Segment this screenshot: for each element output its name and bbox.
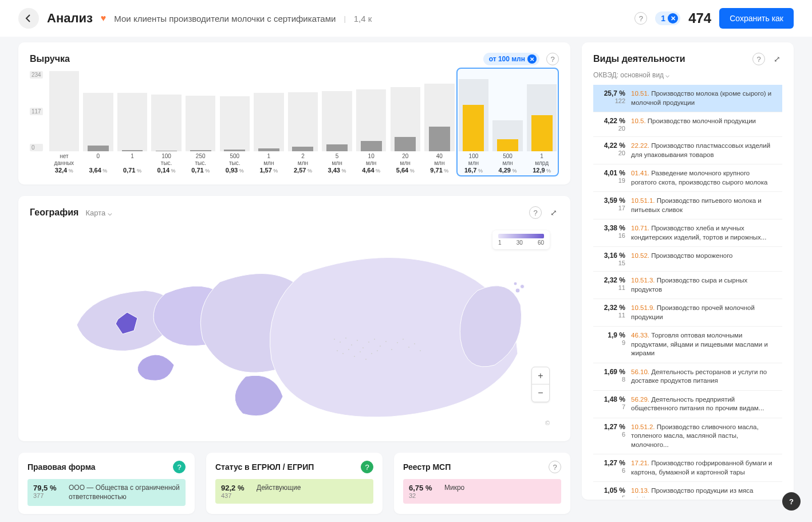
msp-help-icon[interactable]: ? <box>549 461 561 473</box>
y-axis: 234 117 0 <box>30 71 43 151</box>
clear-filters-icon[interactable]: ✕ <box>668 13 678 23</box>
map-zoom-control: + − <box>531 367 550 402</box>
revenue-bar[interactable]: 100млн16,7 % <box>456 71 491 174</box>
activity-row[interactable]: 2,32 %1110.51.3. Производство сыра и сыр… <box>593 272 782 299</box>
revenue-bar[interactable]: 100тыс.0,14 % <box>149 71 184 174</box>
svg-point-14 <box>397 342 398 343</box>
revenue-chart[interactable]: 234 117 0 нетданных32,4 %0 3,64 %1 0,71 … <box>30 71 559 174</box>
revenue-title: Выручка <box>30 54 70 64</box>
svg-point-21 <box>348 349 349 350</box>
revenue-bar[interactable]: 5млн3,43 % <box>320 71 354 174</box>
activity-row[interactable]: 4,01 %1901.41. Разведение молочного круп… <box>593 164 782 192</box>
status-row[interactable]: 92,2 % 437 Действующие <box>215 479 373 504</box>
activity-row[interactable]: 3,16 %1510.52. Производство мороженого <box>593 247 782 272</box>
activity-row[interactable]: 1,27 %617.21. Производство гофрированной… <box>593 454 782 482</box>
activities-expand-icon[interactable]: ⤢ <box>772 54 782 64</box>
svg-point-23 <box>360 351 361 352</box>
revenue-bar[interactable]: 10млн4,64 % <box>354 71 388 174</box>
save-as-button[interactable]: Сохранить как <box>719 8 794 29</box>
zoom-out-button[interactable]: − <box>532 384 549 402</box>
legal-help-icon[interactable]: ? <box>173 461 186 473</box>
svg-point-1 <box>521 285 525 289</box>
chevron-down-icon: ⌵ <box>665 71 669 79</box>
svg-point-11 <box>380 346 381 347</box>
activity-row[interactable]: 1,9 %946.33. Торговля оптовая молочными … <box>593 327 782 363</box>
map-mode-dropdown[interactable]: Карта ⌵ <box>85 209 112 217</box>
chevron-down-icon: ⌵ <box>108 209 112 217</box>
page-title: Анализ <box>47 11 93 26</box>
svg-point-24 <box>365 359 366 360</box>
svg-point-17 <box>414 343 415 344</box>
svg-point-22 <box>354 356 355 357</box>
revenue-bar[interactable]: 1млн1,57 % <box>252 71 286 174</box>
activities-help-icon[interactable]: ? <box>752 53 765 65</box>
revenue-bar[interactable]: 2млн2,57 % <box>286 71 320 174</box>
activity-row[interactable]: 1,69 %856.10. Деятельность ресторанов и … <box>593 363 782 391</box>
svg-point-4 <box>340 342 341 343</box>
svg-point-10 <box>374 339 375 340</box>
revenue-bar[interactable]: 1 0,71 % <box>115 71 149 174</box>
revenue-bar[interactable]: 40млн9,71 % <box>423 71 457 174</box>
svg-point-18 <box>420 350 421 351</box>
svg-point-20 <box>342 353 344 354</box>
geography-title: География <box>30 207 78 218</box>
activity-row[interactable]: 1,27 %610.51.2. Производство сливочного … <box>593 418 782 455</box>
zoom-in-button[interactable]: + <box>532 367 549 384</box>
legal-form-card: Правовая форма ? 79,5 % 377 ООО — Общест… <box>18 453 195 514</box>
segment-name[interactable]: Мои клиенты производители молочки с серт… <box>114 14 336 23</box>
svg-point-7 <box>357 340 358 341</box>
activity-row[interactable]: 1,48 %756.29. Деятельность предприятий о… <box>593 391 782 418</box>
svg-point-2 <box>514 282 517 285</box>
revenue-bar[interactable]: 1млрд12,9 % <box>525 71 559 174</box>
status-card: Статус в ЕГРЮЛ / ЕГРИП ? 92,2 % 437 Дейс… <box>206 453 383 514</box>
legal-form-row[interactable]: 79,5 % 377 ООО — Общества с ограниченной… <box>27 479 186 506</box>
svg-point-26 <box>377 350 378 351</box>
revenue-bar[interactable]: 500млн4,29 % <box>491 71 525 174</box>
status-help-icon[interactable]: ? <box>361 461 373 473</box>
revenue-bar[interactable]: 20млн5,64 % <box>388 71 423 174</box>
revenue-bar[interactable]: 500тыс.0,93 % <box>218 71 252 174</box>
svg-point-13 <box>391 349 392 350</box>
activity-row[interactable]: 4,22 %2022.22. Производство пластмассовы… <box>593 137 782 164</box>
map-area[interactable]: 13060 + − © <box>30 225 559 431</box>
activity-row[interactable]: 1,05 %510.13. Производство продукции из … <box>593 482 782 497</box>
activity-row[interactable]: 3,38 %1610.71. Производство хлеба и мучн… <box>593 219 782 247</box>
okved-dropdown[interactable]: ОКВЭД: основной вид ⌵ <box>593 71 782 79</box>
svg-point-6 <box>351 344 352 346</box>
map-copyright-icon: © <box>545 419 550 426</box>
msp-card: Реестр МСП ? 6,75 % 32 Микро <box>394 453 570 514</box>
map-legend: 13060 <box>492 230 550 249</box>
svg-point-3 <box>334 339 335 340</box>
revenue-bar[interactable]: 0 3,64 % <box>81 71 116 174</box>
activity-row[interactable]: 3,59 %1710.51.1. Производство питьевого … <box>593 192 782 219</box>
svg-point-25 <box>371 353 372 354</box>
revenue-card: Выручка от 100 млн ✕ ? 234 117 0 нетданн… <box>18 42 570 185</box>
help-fab[interactable]: ? <box>782 492 801 511</box>
activities-list: 25,7 %12210.51. Производство молока (кро… <box>593 85 782 497</box>
legal-form-title: Правовая форма <box>27 462 96 472</box>
back-button[interactable] <box>18 8 39 29</box>
geography-expand-icon[interactable]: ⤢ <box>549 207 559 218</box>
revenue-bar[interactable]: 250тыс.0,71 % <box>183 71 218 174</box>
help-icon[interactable]: ? <box>634 12 647 25</box>
svg-point-0 <box>515 288 520 293</box>
activity-row[interactable]: 25,7 %12210.51. Производство молока (кро… <box>593 85 782 112</box>
revenue-help-icon[interactable]: ? <box>546 53 559 65</box>
svg-point-8 <box>362 347 364 348</box>
geography-card: География Карта ⌵ ? ⤢ <box>18 196 570 441</box>
svg-point-9 <box>368 342 369 343</box>
msp-row[interactable]: 6,75 % 32 Микро <box>403 479 561 504</box>
russia-map[interactable] <box>30 225 559 431</box>
clear-revenue-filter-icon[interactable]: ✕ <box>527 54 537 64</box>
revenue-bar[interactable]: нетданных32,4 % <box>47 71 81 174</box>
geography-help-icon[interactable]: ? <box>529 206 542 219</box>
activity-row[interactable]: 2,32 %1110.51.9. Производство прочей мол… <box>593 299 782 327</box>
activities-title: Виды деятельности <box>593 54 685 64</box>
svg-point-16 <box>408 347 409 348</box>
revenue-filter-tag[interactable]: от 100 млн ✕ <box>483 53 539 65</box>
active-filters-pill[interactable]: 1 ✕ <box>655 11 680 25</box>
activity-row[interactable]: 4,22 %2010.5. Производство молочной прод… <box>593 112 782 137</box>
favorite-icon: ♥ <box>101 13 107 23</box>
svg-point-12 <box>385 341 387 342</box>
svg-point-5 <box>345 337 346 339</box>
